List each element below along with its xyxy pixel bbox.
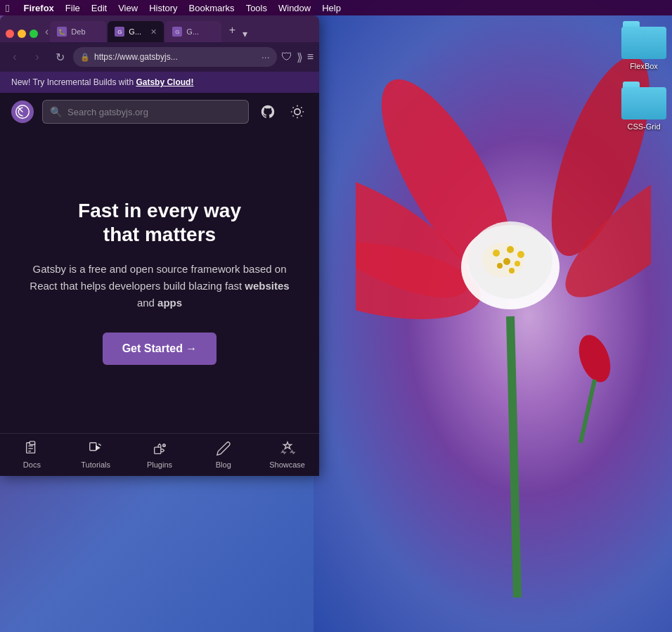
- desktop-icons-area: FlexBox CSS-Grid: [621, 21, 666, 131]
- maximize-button[interactable]: [30, 30, 38, 38]
- get-started-button[interactable]: Get Started →: [103, 333, 217, 365]
- svg-line-17: [581, 380, 595, 443]
- address-bar[interactable]: 🔒 https://www.gatsbyjs... ···: [73, 47, 277, 67]
- main-content: Fast in every way that matters Gatsby is…: [0, 131, 319, 433]
- tab-2-label: G...: [129, 27, 141, 36]
- hamburger-menu[interactable]: ≡: [307, 51, 314, 63]
- hero-desc-bold2: apps: [157, 297, 182, 309]
- hero-description: Gatsby is a free and open source framewo…: [26, 261, 293, 311]
- menu-tools[interactable]: Tools: [246, 3, 267, 13]
- flexbox-folder-icon: [621, 21, 666, 59]
- theme-toggle-icon[interactable]: [287, 101, 308, 122]
- svg-point-9: [507, 246, 514, 253]
- hero-title-line2: that matters: [103, 224, 216, 245]
- plugins-label: Plugins: [147, 460, 172, 469]
- menu-window[interactable]: Window: [278, 3, 311, 13]
- svg-point-16: [573, 330, 616, 386]
- svg-line-27: [301, 108, 302, 108]
- menu-help[interactable]: Help: [322, 3, 341, 13]
- gatsby-logo[interactable]: [11, 101, 34, 123]
- menu-history[interactable]: History: [149, 3, 177, 13]
- mac-menubar:  Firefox File Edit View History Bookmar…: [0, 0, 672, 15]
- svg-point-14: [509, 268, 515, 273]
- svg-point-12: [515, 261, 520, 266]
- svg-line-23: [301, 115, 302, 116]
- showcase-label: Showcase: [269, 460, 305, 469]
- blog-icon: [214, 439, 233, 458]
- svg-rect-32: [30, 441, 35, 445]
- svg-line-15: [510, 316, 517, 598]
- bottom-nav: Docs Tutorials Plugins: [0, 433, 319, 476]
- hero-title-line1: Fast in every way: [78, 200, 241, 221]
- flexbox-icon-label: FlexBox: [630, 62, 658, 70]
- nav-bar: ‹ › ↻ 🔒 https://www.gatsbyjs... ··· 🛡 ⟫ …: [0, 42, 319, 72]
- tab-2[interactable]: G G... ✕: [108, 21, 164, 42]
- close-button[interactable]: [6, 30, 14, 38]
- nav-back-button[interactable]: ‹: [6, 48, 24, 66]
- svg-point-8: [493, 250, 500, 257]
- search-box[interactable]: 🔍: [42, 100, 249, 124]
- svg-point-11: [503, 258, 510, 265]
- tutorials-label: Tutorials: [81, 460, 110, 469]
- svg-point-10: [517, 251, 524, 258]
- nav-item-tutorials[interactable]: Tutorials: [75, 439, 117, 469]
- hero-desc-mid: and: [137, 297, 157, 309]
- nav-item-showcase[interactable]: Showcase: [266, 439, 309, 469]
- showcase-icon: [278, 439, 297, 458]
- tab-list-chevron[interactable]: ▾: [243, 28, 247, 39]
- apple-menu[interactable]: : [6, 2, 9, 14]
- tab-1[interactable]: 🐛 Deb: [50, 21, 106, 42]
- banner-text-prefix: New! Try Incremental Builds with: [11, 77, 136, 87]
- svg-rect-34: [155, 447, 161, 453]
- tab-1-favicon: 🐛: [57, 27, 67, 37]
- banner-link[interactable]: Gatsby Cloud!: [136, 77, 193, 87]
- site-header: 🔍: [0, 93, 319, 131]
- desktop-icon-cssgrid[interactable]: CSS-Grid: [621, 82, 666, 131]
- tab-bar: ‹ 🐛 Deb G G... ✕ G G... + ▾: [0, 15, 319, 42]
- hero-title: Fast in every way that matters: [78, 199, 241, 246]
- svg-point-13: [497, 263, 503, 269]
- svg-rect-33: [90, 443, 96, 451]
- cssgrid-folder-icon: [621, 82, 666, 120]
- hero-desc-bold1: websites: [245, 280, 289, 292]
- get-started-label: Get Started →: [122, 342, 198, 355]
- window-controls: [6, 30, 38, 38]
- url-text: https://www.gatsbyjs...: [94, 52, 257, 62]
- menu-firefox[interactable]: Firefox: [23, 3, 53, 13]
- blog-label: Blog: [216, 460, 231, 469]
- menu-bookmarks[interactable]: Bookmarks: [189, 3, 235, 13]
- tab-back-arrow[interactable]: ‹: [45, 25, 49, 38]
- nav-forward-button[interactable]: ›: [28, 48, 46, 66]
- nav-item-docs[interactable]: Docs: [11, 439, 53, 469]
- nav-reload-button[interactable]: ↻: [51, 48, 69, 66]
- menu-view[interactable]: View: [118, 3, 138, 13]
- search-input[interactable]: [67, 107, 241, 117]
- nav-item-plugins[interactable]: Plugins: [138, 439, 181, 469]
- docs-label: Docs: [23, 460, 41, 469]
- tutorials-icon: [86, 439, 105, 458]
- minimize-button[interactable]: [18, 30, 26, 38]
- svg-point-35: [163, 444, 166, 447]
- browser-window: ‹ 🐛 Deb G G... ✕ G G... + ▾ ‹ › ↻ 🔒 http…: [0, 15, 319, 476]
- svg-point-19: [295, 109, 300, 115]
- search-icon: 🔍: [50, 106, 62, 117]
- new-tab-button[interactable]: +: [223, 21, 241, 39]
- tab-3-label: G...: [186, 27, 199, 36]
- address-menu-button[interactable]: ···: [261, 51, 270, 63]
- promo-banner: New! Try Incremental Builds with Gatsby …: [0, 72, 319, 93]
- nav-item-blog[interactable]: Blog: [202, 439, 245, 469]
- extensions-icon[interactable]: ⟫: [297, 51, 303, 64]
- menu-file[interactable]: File: [65, 3, 80, 13]
- security-icon: 🔒: [80, 53, 90, 62]
- tab-1-label: Deb: [71, 27, 85, 36]
- desktop-icon-flexbox[interactable]: FlexBox: [621, 21, 666, 70]
- desktop-wallpaper: [314, 0, 672, 632]
- shield-icon: 🛡: [281, 51, 292, 63]
- menu-edit[interactable]: Edit: [91, 3, 107, 13]
- svg-line-26: [293, 115, 294, 116]
- plugins-icon: [150, 439, 169, 458]
- tab-2-close[interactable]: ✕: [150, 27, 157, 37]
- tab-3[interactable]: G G...: [165, 21, 221, 42]
- github-icon[interactable]: [257, 101, 278, 122]
- tab-3-favicon: G: [172, 27, 182, 37]
